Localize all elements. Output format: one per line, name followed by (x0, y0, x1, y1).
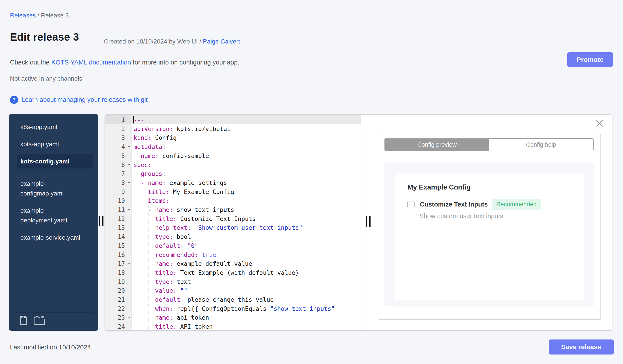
docs-line: Check out the KOTS YAML documentation fo… (10, 59, 239, 66)
sidebar-footer-divider (15, 312, 93, 312)
config-group-card: My Example Config Customize Text Inputs … (395, 173, 584, 300)
last-modified-text: Last modified on 10/10/2024 (10, 344, 91, 351)
code-line-3[interactable]: kind: Config (132, 133, 361, 142)
new-folder-icon[interactable] (33, 315, 45, 326)
line-number-14[interactable]: 14 (105, 232, 132, 241)
file-item-example-service.yaml[interactable]: example-service.yaml (17, 231, 90, 245)
code-line-15[interactable]: default: "0" (132, 241, 361, 250)
line-number-21[interactable]: 21 (105, 295, 132, 304)
code-line-13[interactable]: help_text: "Show custom user text inputs… (132, 223, 361, 232)
promote-button[interactable]: Promote (567, 52, 613, 67)
file-item-example-configmap.yaml[interactable]: example-configmap.yaml (17, 177, 90, 201)
line-number-16[interactable]: 16 (105, 250, 132, 259)
code-line-8[interactable]: - name: example_settings (132, 178, 361, 187)
line-number-6[interactable]: 6▾ (105, 160, 132, 169)
code-line-21[interactable]: default: please change this value (132, 295, 361, 304)
file-item-kots-config.yaml[interactable]: kots-config.yaml (17, 154, 93, 168)
question-mark-icon: ? (10, 96, 18, 104)
line-number-2[interactable]: 2 (105, 124, 132, 133)
line-number-12[interactable]: 12 (105, 214, 132, 223)
tab-config-preview[interactable]: Config preview (385, 139, 489, 151)
file-list-divider (17, 172, 89, 172)
fold-arrow-icon[interactable]: ▾ (128, 160, 130, 169)
fold-arrow-icon[interactable]: ▾ (128, 178, 130, 187)
customize-text-inputs-checkbox[interactable] (407, 201, 415, 208)
line-number-23[interactable]: 23▾ (105, 313, 132, 322)
config-render-area: My Example Config Customize Text Inputs … (384, 162, 594, 306)
code-line-24[interactable]: title: API token (132, 322, 361, 331)
line-number-9[interactable]: 9 (105, 187, 132, 196)
line-number-1[interactable]: 1 (105, 115, 132, 124)
line-number-22[interactable]: 22 (105, 304, 132, 313)
recommended-badge: Recommended (492, 199, 541, 210)
fold-arrow-icon[interactable]: ▾ (128, 205, 130, 214)
fold-arrow-icon[interactable]: ▾ (128, 313, 130, 322)
line-number-7[interactable]: 7 (105, 169, 132, 178)
code-line-7[interactable]: groups: (132, 169, 361, 178)
file-item-k8s-app.yaml[interactable]: k8s-app.yaml (17, 120, 90, 134)
code-line-5[interactable]: name: config-sample (132, 151, 361, 160)
text-cursor (133, 116, 134, 123)
code-line-23[interactable]: - name: api_token (132, 313, 361, 322)
file-item-kots-app.yaml[interactable]: kots-app.yaml (17, 137, 90, 151)
code-line-18[interactable]: title: Text Example (with default value) (132, 268, 361, 277)
git-help-label: Learn about managing your releases with … (22, 96, 148, 103)
edit-release-page: Releases / Release 3 Edit release 3 Crea… (0, 0, 623, 364)
line-number-3[interactable]: 3 (105, 133, 132, 142)
code-line-14[interactable]: type: bool (132, 232, 361, 241)
line-number-8[interactable]: 8▾ (105, 178, 132, 187)
code-line-17[interactable]: - name: example_default_value (132, 259, 361, 268)
code-line-1[interactable]: --- (132, 115, 361, 124)
line-number-20[interactable]: 20 (105, 286, 132, 295)
breadcrumb-releases-link[interactable]: Releases (10, 12, 36, 19)
config-item-label: Customize Text Inputs (420, 201, 488, 208)
code-line-4[interactable]: metadata: (132, 142, 361, 151)
kots-yaml-docs-link[interactable]: KOTS YAML documentation (51, 59, 131, 66)
line-number-15[interactable]: 15 (105, 241, 132, 250)
file-list: k8s-app.yamlkots-app.yamlkots-config.yam… (9, 120, 98, 248)
line-number-17[interactable]: 17▾ (105, 259, 132, 268)
line-number-10[interactable]: 10 (105, 196, 132, 205)
line-number-13[interactable]: 13 (105, 223, 132, 232)
preview-resize-handle[interactable] (366, 216, 371, 227)
fold-arrow-icon[interactable]: ▾ (128, 259, 130, 268)
code-line-11[interactable]: - name: show_text_inputs (132, 205, 361, 214)
release-editor-container: 1234▾56▾78▾91011▾121314151617▾1819202122… (105, 114, 612, 331)
line-number-19[interactable]: 19 (105, 277, 132, 286)
file-item-example-deployment.yaml[interactable]: example-deployment.yaml (17, 204, 90, 227)
close-icon[interactable] (596, 120, 603, 127)
line-number-11[interactable]: 11▾ (105, 205, 132, 214)
code-line-20[interactable]: value: "" (132, 286, 361, 295)
code-line-2[interactable]: apiVersion: kots.io/v1beta1 (132, 124, 361, 133)
config-preview-card: Config preview Config help My Example Co… (378, 133, 601, 320)
git-help-link[interactable]: ? Learn about managing your releases wit… (10, 96, 148, 104)
docs-after: for more info on configuring your app. (131, 59, 239, 66)
code-line-16[interactable]: recommended: true (132, 250, 361, 259)
channel-status-text: Not active in any channels (10, 75, 82, 82)
breadcrumb-current: Release 3 (41, 12, 69, 19)
save-release-button[interactable]: Save release (549, 340, 614, 355)
code-line-22[interactable]: when: repl{{ ConfigOptionEquals "show_te… (132, 304, 361, 313)
editor-gutter: 1234▾56▾78▾91011▾121314151617▾1819202122… (105, 115, 132, 330)
breadcrumb-separator: / (36, 12, 41, 19)
line-number-4[interactable]: 4▾ (105, 142, 132, 151)
breadcrumb: Releases / Release 3 (10, 12, 69, 19)
code-line-6[interactable]: spec: (132, 160, 361, 169)
code-line-9[interactable]: title: My Example Config (132, 187, 361, 196)
yaml-code-editor[interactable]: ---apiVersion: kots.io/v1beta1kind: Conf… (132, 115, 361, 330)
code-line-12[interactable]: title: Customize Text Inputs (132, 214, 361, 223)
created-author-link[interactable]: Paige Calvert (203, 38, 240, 45)
line-number-18[interactable]: 18 (105, 268, 132, 277)
code-line-10[interactable]: items: (132, 196, 361, 205)
sidebar-resize-handle[interactable] (99, 216, 104, 226)
fold-arrow-icon[interactable]: ▾ (128, 142, 130, 151)
new-file-icon[interactable] (19, 315, 28, 326)
line-number-5[interactable]: 5 (105, 151, 132, 160)
config-group-title: My Example Config (407, 183, 471, 191)
created-line: Created on 10/10/2024 by Web UI / Paige … (104, 38, 240, 45)
line-number-24[interactable]: 24 (105, 322, 132, 331)
created-text: Created on 10/10/2024 by Web UI / (104, 38, 203, 45)
tab-config-help[interactable]: Config help (489, 139, 593, 151)
config-tabs: Config preview Config help (384, 138, 594, 151)
code-line-19[interactable]: type: text (132, 277, 361, 286)
